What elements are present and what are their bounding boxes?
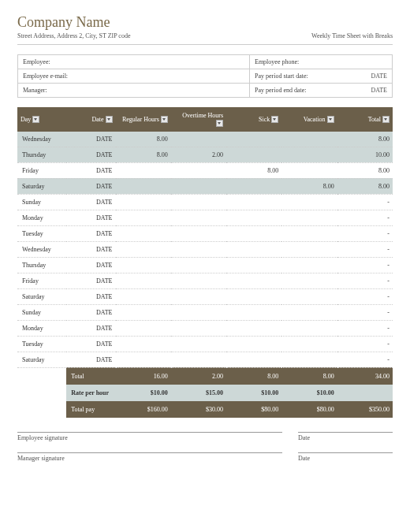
cell-reg: 8.00 [116, 132, 171, 147]
cell-vac [281, 288, 337, 304]
cell-date: DATE [66, 147, 115, 162]
start-label: Pay period start date: [255, 73, 308, 80]
filter-icon[interactable] [382, 116, 390, 123]
cell-date: DATE [66, 210, 115, 225]
cell-reg [116, 288, 171, 304]
column-header[interactable]: Day [17, 107, 66, 132]
rate-ot: $15.00 [171, 385, 226, 401]
cell-vac [281, 132, 337, 147]
total-vac: 8.00 [281, 367, 337, 385]
cell-sick [226, 241, 281, 257]
cell-total: - [337, 304, 393, 320]
cell-date: DATE [66, 178, 115, 194]
cell-date: DATE [66, 288, 115, 304]
total-label: Total [66, 367, 115, 385]
column-header[interactable]: Regular Hours [116, 107, 171, 132]
company-address: Street Address, Address 2, City, ST ZIP … [17, 32, 130, 39]
table-row: SaturdayDATE- [17, 288, 393, 304]
end-label: Pay period end date: [255, 87, 307, 94]
cell-sick [226, 352, 281, 367]
filter-icon[interactable] [161, 116, 168, 123]
cell-day: Wednesday [17, 241, 66, 257]
cell-total: - [337, 336, 393, 352]
cell-day: Wednesday [17, 132, 66, 147]
cell-vac [281, 320, 337, 336]
cell-date: DATE [66, 352, 115, 367]
pay-sick: $80.00 [226, 401, 281, 418]
filter-icon[interactable] [106, 116, 113, 123]
filter-icon[interactable] [327, 116, 334, 123]
cell-date: DATE [66, 132, 115, 147]
filter-icon[interactable] [32, 116, 39, 123]
cell-day: Tuesday [17, 336, 66, 352]
manager-signature-line: Manager signature [17, 452, 282, 462]
column-header[interactable]: Date [66, 107, 115, 132]
pay-reg: $160.00 [116, 401, 171, 418]
cell-ot [171, 352, 226, 367]
cell-day: Saturday [17, 352, 66, 367]
cell-total: 10.00 [337, 147, 393, 162]
cell-day: Tuesday [17, 225, 66, 241]
cell-day: Thursday [17, 147, 66, 162]
cell-ot [171, 320, 226, 336]
cell-reg [116, 210, 171, 225]
cell-ot [171, 257, 226, 273]
total-ot: 2.00 [171, 367, 226, 385]
rate-total [337, 385, 393, 401]
column-header[interactable]: Overtime Hours [171, 107, 226, 132]
cell-date: DATE [66, 162, 115, 178]
email-label: Employee e-mail: [18, 69, 250, 83]
table-row: SundayDATE- [17, 194, 393, 210]
total-reg: 16.00 [116, 367, 171, 385]
cell-vac [281, 336, 337, 352]
employee-signature-line: Employee signature [17, 432, 282, 441]
table-row: MondayDATE- [17, 210, 393, 225]
filter-icon[interactable] [271, 116, 278, 123]
cell-sick [226, 257, 281, 273]
cell-date: DATE [66, 320, 115, 336]
employee-date-line: Date [298, 432, 393, 441]
cell-vac [281, 304, 337, 320]
cell-total: 8.00 [337, 178, 393, 194]
cell-sick [226, 273, 281, 288]
cell-day: Sunday [17, 304, 66, 320]
company-name: Company Name [17, 14, 393, 31]
table-row: ThursdayDATE- [17, 257, 393, 273]
cell-sick [226, 147, 281, 162]
employee-label: Employee: [18, 55, 250, 69]
cell-vac [281, 257, 337, 273]
table-row: MondayDATE- [17, 320, 393, 336]
column-header[interactable]: Sick [226, 107, 281, 132]
column-header[interactable]: Total [337, 107, 393, 132]
cell-ot [171, 336, 226, 352]
table-row: WednesdayDATE- [17, 241, 393, 257]
cell-ot [171, 132, 226, 147]
cell-reg [116, 320, 171, 336]
cell-total: - [337, 210, 393, 225]
cell-reg [116, 304, 171, 320]
rate-reg: $10.00 [116, 385, 171, 401]
cell-day: Friday [17, 162, 66, 178]
pay-total: $350.00 [337, 401, 393, 418]
column-header[interactable]: Vacation [281, 107, 337, 132]
cell-vac [281, 241, 337, 257]
cell-ot [171, 162, 226, 178]
filter-icon[interactable] [216, 120, 223, 127]
info-box: Employee: Employee phone: Employee e-mai… [17, 54, 393, 98]
cell-vac [281, 162, 337, 178]
cell-sick [226, 210, 281, 225]
cell-sick [226, 225, 281, 241]
cell-ot [171, 178, 226, 194]
manager-date-line: Date [298, 452, 393, 462]
cell-ot [171, 194, 226, 210]
total-sick: 8.00 [226, 367, 281, 385]
cell-reg [116, 257, 171, 273]
cell-total: - [337, 225, 393, 241]
table-row: FridayDATE- [17, 273, 393, 288]
cell-reg [116, 241, 171, 257]
cell-reg [116, 194, 171, 210]
table-row: SaturdayDATE- [17, 352, 393, 367]
total-sum: 34.00 [337, 367, 393, 385]
cell-vac [281, 194, 337, 210]
cell-sick [226, 178, 281, 194]
